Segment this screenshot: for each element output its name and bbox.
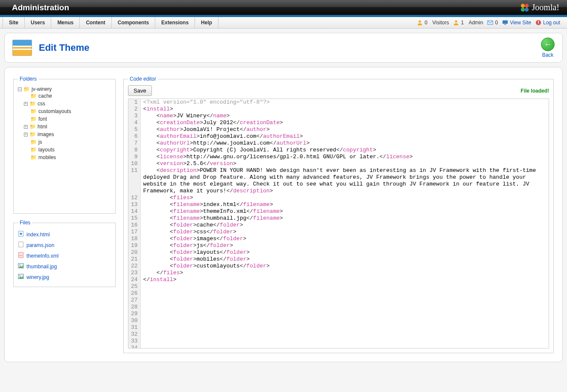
file-item[interactable]: winery.jpg (18, 272, 111, 282)
svg-point-11 (538, 23, 539, 24)
svg-rect-14 (19, 242, 23, 247)
tree-label: cache (38, 93, 52, 99)
folder-tree[interactable]: − 📁 jv-winery 📁cache+📁css📁customlayouts📁… (18, 85, 111, 209)
svg-point-18 (19, 264, 20, 266)
file-item[interactable]: thumbnail.jpg (18, 261, 111, 272)
files-panel: Files index.htmlparams.json</>themeInfo.… (13, 220, 116, 287)
svg-text:</>: </> (19, 254, 23, 257)
tree-label: html (38, 124, 47, 130)
folders-panel: Folders − 📁 jv-winery 📁cache+📁css📁custom… (13, 76, 116, 214)
joomla-icon (520, 3, 529, 12)
file-label: index.html (26, 232, 50, 238)
mail-status[interactable]: 0 (487, 20, 498, 26)
svg-point-1 (525, 3, 529, 7)
svg-rect-10 (538, 21, 539, 23)
file-icon (18, 241, 24, 249)
svg-point-2 (520, 8, 524, 12)
file-icon (18, 273, 24, 281)
svg-point-5 (455, 20, 457, 23)
expand-icon[interactable]: + (24, 133, 28, 136)
file-icon: </> (18, 252, 24, 259)
tree-node-js[interactable]: 📁js (24, 139, 111, 145)
code-body[interactable]: <?xml version="1.0" encoding="utf-8"?><i… (141, 99, 549, 348)
status-area: 0 Visitors 1 Admin 0 View Site Log out (417, 17, 563, 28)
monitor-icon (502, 20, 508, 26)
folder-icon: 📁 (29, 101, 36, 107)
file-item[interactable]: </>themeInfo.xml (18, 250, 111, 261)
tree-node-html[interactable]: +📁html (24, 124, 111, 130)
menu-item-users[interactable]: Users (25, 17, 51, 28)
expand-icon[interactable]: + (24, 125, 28, 129)
logout-icon (535, 20, 541, 26)
page-title: Edit Theme (39, 42, 90, 53)
svg-point-4 (419, 20, 421, 23)
folders-legend: Folders (18, 76, 38, 82)
collapse-icon[interactable]: − (18, 87, 22, 91)
line-gutter: 1234567891011121314151617181920212223242… (128, 99, 141, 348)
tree-label: images (38, 131, 54, 137)
admin-status: 1 Admin (453, 20, 483, 26)
tree-label: js (38, 139, 42, 145)
file-item[interactable]: index.html (18, 229, 111, 240)
logout-link[interactable]: Log out (535, 20, 560, 26)
code-editor[interactable]: 1234567891011121314151617181920212223242… (128, 99, 549, 348)
tree-node-font[interactable]: 📁font (24, 116, 111, 122)
editor-status: File loaded! (520, 88, 549, 94)
tree-label: mobiles (38, 154, 56, 160)
code-editor-panel: Code editor Save File loaded! 1234567891… (123, 76, 554, 353)
svg-rect-7 (503, 20, 508, 24)
app-header: Administration Joomla! (0, 0, 567, 17)
svg-point-20 (19, 275, 20, 276)
svg-point-3 (525, 8, 529, 12)
tree-label: font (38, 116, 47, 122)
user-icon (453, 20, 459, 26)
file-icon (18, 263, 24, 270)
expand-icon[interactable]: + (24, 102, 28, 106)
svg-rect-8 (504, 24, 506, 25)
mail-icon (487, 20, 493, 26)
menu-item-components[interactable]: Components (112, 17, 155, 28)
menu-item-help[interactable]: Help (195, 17, 218, 28)
file-label: params.json (26, 242, 54, 248)
visitors-status: 0 Visitors (417, 20, 449, 26)
app-title: Administration (12, 3, 69, 12)
tree-node-layouts[interactable]: 📁layouts (24, 147, 111, 153)
folder-icon: 📁 (30, 139, 37, 145)
tree-node-images[interactable]: +📁images (24, 131, 111, 137)
menu-item-site[interactable]: Site (3, 17, 25, 28)
svg-point-0 (520, 3, 524, 7)
tree-node-css[interactable]: +📁css (24, 101, 111, 107)
menu-item-menus[interactable]: Menus (51, 17, 80, 28)
tree-label: layouts (38, 147, 55, 153)
back-button[interactable]: ← Back (541, 38, 555, 58)
file-label: themeInfo.xml (26, 253, 58, 259)
file-item[interactable]: params.json (18, 240, 111, 250)
file-label: winery.jpg (26, 274, 49, 280)
theme-icon (12, 40, 32, 56)
tree-node-mobiles[interactable]: 📁mobiles (24, 154, 111, 160)
main-content: Folders − 📁 jv-winery 📁cache+📁css📁custom… (4, 67, 563, 362)
folder-icon: 📁 (30, 93, 37, 99)
menu-item-content[interactable]: Content (80, 17, 111, 28)
folder-icon: 📁 (29, 124, 36, 130)
view-site-link[interactable]: View Site (502, 20, 531, 26)
brand-logo: Joomla! (520, 3, 559, 12)
tree-label: customlayouts (38, 108, 71, 114)
tree-root-node[interactable]: − 📁 jv-winery (18, 86, 111, 92)
tree-label: jv-winery (32, 86, 52, 92)
svg-point-13 (20, 232, 22, 235)
tree-node-customlayouts[interactable]: 📁customlayouts (24, 108, 111, 114)
files-legend: Files (18, 220, 32, 226)
tree-node-cache[interactable]: 📁cache (24, 93, 111, 99)
folder-icon: 📁 (30, 108, 37, 114)
save-button[interactable]: Save (128, 85, 152, 96)
back-arrow-icon: ← (541, 38, 555, 51)
brand-text: Joomla! (532, 3, 559, 12)
tree-children: 📁cache+📁css📁customlayouts📁font+📁html+📁im… (18, 92, 111, 161)
main-menu: SiteUsersMenusContentComponentsExtension… (0, 17, 218, 28)
tree-label: css (38, 101, 45, 107)
file-label: thumbnail.jpg (26, 264, 57, 270)
folder-icon: 📁 (30, 147, 37, 153)
file-icon (18, 231, 24, 238)
menu-item-extensions[interactable]: Extensions (155, 17, 195, 28)
